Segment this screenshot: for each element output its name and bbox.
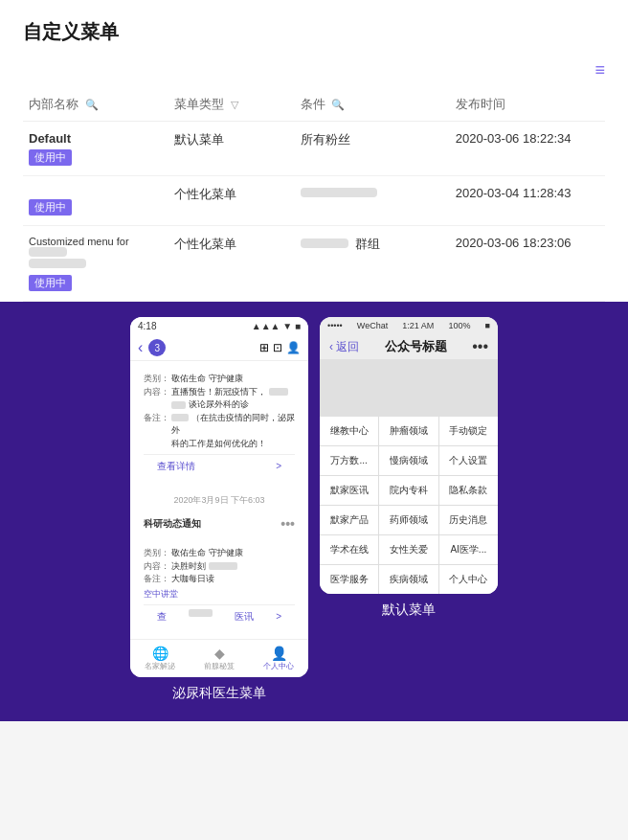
grid-cell-7[interactable]: 院内专科 [379,476,437,505]
search-icon[interactable]: 🔍 [85,99,99,110]
tab-item-1[interactable]: 🌐 名家解泌 [130,644,190,673]
right-phone-wrapper: ••••• WeChat 1:21 AM 100% ■ ‹ 返回 公众号标题 •… [320,317,498,702]
right-phone-label: 默认菜单 [382,594,436,619]
tab-item-2[interactable]: ◆ 前腺秘笈 [190,644,249,673]
content-value-2: 决胜时刻 [171,560,295,574]
blurred-condition-3 [301,238,348,248]
signal-icons: ▲▲▲ ▼ ■ [252,321,301,331]
th-condition: 条件 🔍 [295,88,450,122]
more-icon-right[interactable]: ••• [472,338,488,355]
menu-icon[interactable]: ≡ [23,60,605,88]
tab-item-3[interactable]: 👤 个人中心 [249,644,308,673]
table-row: 使用中 个性化菜单 2020-03-04 11:28:43 [23,176,605,226]
right-phone: ••••• WeChat 1:21 AM 100% ■ ‹ 返回 公众号标题 •… [320,317,498,594]
top-section: 自定义菜单 ≡ 内部名称 🔍 菜单类型 ▽ 条件 🔍 发布时间 [0,0,628,302]
nav-title-right: 公众号标题 [359,338,472,355]
notification-title: 科研动态通知 [144,517,201,531]
grid-cell-0[interactable]: 继教中心 [320,417,378,445]
message-card-1: 类别： 敬佑生命 守护健康 内容： 直播预告！新冠疫情下， 谈论尿外科的诊 备注… [136,367,303,483]
grid-cell-12[interactable]: 学术在线 [320,535,378,564]
tag-using-3: 使用中 [29,275,72,291]
arrow-icon-2: > [276,609,281,624]
status-bar-left: 4:18 ▲▲▲ ▼ ■ [130,317,308,335]
grid-cell-4[interactable]: 慢病领域 [379,446,437,475]
signal-dots: ••••• [327,321,343,330]
back-icon-right[interactable]: ‹ 返回 [329,339,359,355]
type-label-2: 类别： [144,547,169,560]
th-type: 菜单类型 ▽ [168,88,295,122]
blur-view-2 [189,609,213,617]
cell-time-2: 2020-03-04 11:28:43 [450,176,605,226]
icon-left-2: ⊡ [273,341,282,354]
icon-left-1: ⊞ [259,341,269,354]
cell-time-1: 2020-03-06 18:22:34 [450,122,605,176]
grid-cell-17[interactable]: 个人中心 [439,565,498,594]
field-note-2: 备注： 大咖每日读 [144,573,295,586]
field-content: 内容： 直播预告！新冠疫情下， 谈论尿外科的诊 [144,386,295,412]
note-value: （在抗击疫情的同时，泌尿外科的工作是如何优化的！ [171,412,295,451]
grid-cell-10[interactable]: 药师领域 [379,506,437,534]
grid-cell-13[interactable]: 女性关爱 [379,535,437,564]
battery-icon: ■ [485,321,490,330]
cell-name-2: 使用中 [23,176,168,226]
grid-cell-11[interactable]: 历史消息 [439,506,498,534]
search-icon-2[interactable]: 🔍 [331,99,345,110]
person-icon-tab: 👤 [249,646,308,661]
grid-cell-9[interactable]: 默家产品 [320,506,378,534]
blurred-condition-2 [301,188,377,197]
blurred-name-3 [29,247,67,257]
tab-bar-left: 🌐 名家解泌 ◆ 前腺秘笈 👤 个人中心 [130,639,308,677]
tag-using-1: 使用中 [29,149,72,166]
grid-cell-5[interactable]: 个人设置 [439,446,498,475]
cell-type-3: 个性化菜单 [168,226,295,302]
message-card-2: 类别： 敬佑生命 守护健康 内容： 决胜时刻 备注： 大咖每日读 空中讲 [136,541,303,633]
menu-name-3: Customized menu for [29,236,163,259]
filter-icon[interactable]: ▽ [231,99,238,110]
blur-note-1 [171,414,189,421]
notification-header: 科研动态通知 ••• [130,512,308,535]
grid-cell-2[interactable]: 手动锁定 [439,417,498,445]
blurred-name-3b [29,259,86,268]
content-label: 内容： [144,386,169,412]
cell-type-2: 个性化菜单 [168,176,295,226]
news-label: 医讯 [235,609,254,624]
field-type-2: 类别： 敬佑生命 守护健康 [144,547,295,560]
time-left: 4:18 [138,321,156,331]
field-note: 备注： （在抗击疫情的同时，泌尿外科的工作是如何优化的！ [144,412,295,451]
table-row: Customized menu for 使用中 个性化菜单 群组 2020-03… [23,226,605,302]
timestamp: 2020年3月9日 下午6:03 [130,488,308,512]
time-right: 1:21 AM [402,321,434,330]
wechat-label: WeChat [357,321,388,330]
cell-cond-2 [295,176,450,226]
nav-icons-left: ⊞ ⊡ 👤 [259,341,301,354]
grid-cell-6[interactable]: 默家医讯 [320,476,378,505]
cell-name-3: Customized menu for 使用中 [23,226,168,302]
grid-cell-16[interactable]: 疾病领域 [379,565,437,594]
grid-cell-8[interactable]: 隐私条款 [439,476,498,505]
view-detail-2[interactable]: 查 医讯 > [144,604,295,627]
grid-cell-3[interactable]: 万方数... [320,446,378,475]
th-time: 发布时间 [450,88,605,122]
notification-dots[interactable]: ••• [280,516,295,532]
page-title: 自定义菜单 [23,19,605,60]
grid-cell-14[interactable]: AI医学... [439,535,498,564]
bottom-section: 4:18 ▲▲▲ ▼ ■ ‹ 3 ⊞ ⊡ 👤 类别： 敬佑生命 守护健康 [0,302,628,721]
blur-1b [171,401,186,409]
globe-icon: 🌐 [130,646,190,661]
table-row: Default 使用中 默认菜单 所有粉丝 2020-03-06 18:22:3… [23,122,605,176]
field-content-2: 内容： 决胜时刻 [144,560,295,574]
field-type: 类别： 敬佑生命 守护健康 [144,373,295,386]
note-label: 备注： [144,412,169,451]
cell-type-1: 默认菜单 [168,122,295,176]
grid-cell-15[interactable]: 医学服务 [320,565,378,594]
view-detail-1[interactable]: 查看详情 > [144,454,295,477]
type-value-2: 敬佑生命 守护健康 [171,547,295,560]
content-label-2: 内容： [144,560,169,574]
hero-image [320,359,498,417]
badge-left: 3 [148,339,166,356]
grid-cell-1[interactable]: 肿瘤领域 [379,417,437,445]
tag-using-2: 使用中 [29,199,72,216]
cell-cond-1: 所有粉丝 [295,122,450,176]
back-icon-left[interactable]: ‹ [138,339,143,356]
person-icon[interactable]: 👤 [286,341,301,354]
